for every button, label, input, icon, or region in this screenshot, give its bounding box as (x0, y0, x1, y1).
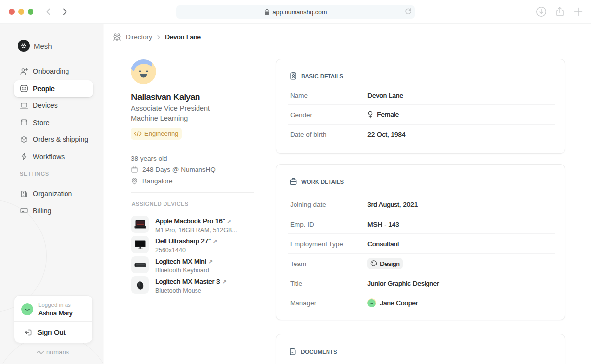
directory-icon (113, 33, 121, 41)
external-link-icon: ↗ (227, 218, 231, 224)
sidebar-item-people[interactable]: People (14, 80, 93, 98)
window-controls (9, 9, 33, 15)
breadcrumb-directory[interactable]: Directory (126, 33, 152, 41)
detail-label: Emp. ID (290, 220, 314, 228)
logged-in-as-label: Logged in as (38, 302, 71, 308)
mouse-thumbnail (131, 276, 149, 294)
device-desc: M1 Pro, 16GB RAM, 512GB... (155, 227, 237, 233)
sidebar-item-label: Store (33, 119, 49, 127)
browser-chrome: app.numanshq.com (0, 0, 591, 24)
new-tab-button[interactable] (573, 7, 583, 17)
manager-avatar (367, 298, 376, 307)
age-text: 38 years old (131, 155, 167, 162)
work-details-header: WORK DETAILS (289, 177, 344, 186)
device-name: Apple Macbook Pro 16”↗ (155, 217, 231, 225)
code-icon (134, 131, 142, 136)
sidebar-item-onboarding[interactable]: Onboarding (14, 63, 93, 80)
device-item-macbook[interactable]: Apple Macbook Pro 16”↗ M1 Pro, 16GB RAM,… (131, 216, 237, 236)
sidebar-item-billing[interactable]: Billing (14, 202, 93, 220)
sidebar-item-store[interactable]: Store (14, 114, 93, 132)
basic-details-card: BASIC DETAILS Name Devon Lane Gender Fem… (276, 59, 565, 154)
profile-title-line1: Associate Vice President (131, 104, 210, 114)
id-badge-icon (289, 72, 297, 80)
detail-row-dob: Date of birth 22 Oct, 1984 (288, 125, 555, 144)
device-item-monitor[interactable]: Dell Ultrasharp 27”↗ 2560x1440 (131, 236, 237, 256)
detail-value: Jane Cooper (367, 298, 418, 307)
sidebar-item-label: People (33, 85, 55, 93)
work-details-title: WORK DETAILS (301, 179, 344, 185)
location-row: Bangalore (131, 175, 216, 187)
department-badge-label: Engineering (144, 130, 178, 137)
detail-value: Consultant (367, 240, 399, 247)
tenure-row: 248 Days @ NumansHQ (131, 164, 216, 175)
reload-button[interactable] (404, 8, 412, 16)
profile-title-line2: Machine Learning (131, 114, 210, 124)
basic-details-title: BASIC DETAILS (301, 73, 343, 79)
profile-meta: 38 years old 248 Days @ NumansHQ Bangalo… (131, 153, 216, 187)
macbook-thumbnail (131, 216, 149, 233)
basic-details-header: BASIC DETAILS (289, 72, 343, 80)
laptop-icon (20, 101, 28, 110)
detail-row-employment-type: Employment Type Consultant (288, 234, 555, 254)
downloads-button[interactable] (536, 6, 547, 17)
briefcase-icon (289, 177, 297, 186)
sidebar-item-orders-shipping[interactable]: Orders & shipping (14, 131, 93, 148)
device-item-keyboard[interactable]: Logitech MX Mini↗ Bluetooth Keyboard (131, 256, 237, 276)
user-avatar (21, 303, 33, 315)
detail-label: Joining date (290, 200, 326, 208)
detail-label: Title (290, 279, 302, 287)
device-name: Logitech MX Mini↗ (155, 258, 213, 265)
app-logo: Mesh (18, 40, 52, 52)
department-badge[interactable]: Engineering (131, 128, 182, 140)
detail-value: Devon Lane (367, 91, 403, 99)
sign-out-icon (24, 329, 32, 336)
assigned-devices-list: Apple Macbook Pro 16”↗ M1 Pro, 16GB RAM,… (131, 216, 237, 297)
sidebar-item-label: Workflows (33, 153, 65, 161)
documents-header: DOCUMENTS (289, 347, 337, 356)
main-content: Directory Devon Lane Nallasivan Kalyan A… (104, 24, 591, 364)
detail-row-emp-id: Emp. ID MSH - 143 (288, 214, 555, 234)
profile-avatar (131, 59, 156, 84)
billing-card-icon (20, 206, 28, 215)
close-window-button[interactable] (9, 9, 15, 15)
share-button[interactable] (555, 6, 565, 17)
back-button[interactable] (44, 7, 53, 16)
monitor-thumbnail (131, 236, 149, 253)
device-desc: Bluetooth Keyboard (155, 267, 213, 274)
detail-row-team: Team Design (288, 254, 555, 273)
package-icon (20, 135, 28, 144)
document-icon (289, 347, 297, 356)
chevron-right-icon (157, 35, 161, 40)
building-icon (20, 190, 28, 198)
detail-label: Gender (290, 111, 312, 118)
device-item-mouse[interactable]: Logitech MX Master 3↗ Bluetooth Mouse (131, 276, 237, 297)
detail-value: Female (367, 111, 399, 119)
mesh-logo-icon (18, 40, 30, 52)
documents-title: DOCUMENTS (301, 349, 337, 355)
zoom-window-button[interactable] (28, 9, 33, 15)
detail-label: Team (290, 260, 306, 267)
sidebar-item-workflows[interactable]: Workflows (14, 148, 93, 165)
sidebar-item-label: Billing (33, 207, 51, 215)
forward-button[interactable] (60, 7, 69, 16)
detail-row-title: Title Junior Graphic Designer (288, 273, 555, 293)
female-icon (367, 111, 373, 119)
divider (131, 148, 254, 148)
sidebar-item-devices[interactable]: Devices (14, 97, 93, 114)
minimize-window-button[interactable] (18, 9, 24, 15)
breadcrumb-current: Devon Lane (165, 33, 201, 41)
detail-row-gender: Gender Female (288, 105, 555, 125)
detail-label: Employment Type (290, 240, 343, 247)
sign-out-button[interactable]: Sign Out (14, 322, 92, 343)
detail-row-manager: Manager Jane Cooper (288, 293, 555, 313)
location-text: Bangalore (142, 177, 173, 185)
sidebar-item-organization[interactable]: Organization (14, 185, 93, 202)
lightning-icon (20, 152, 28, 161)
detail-label: Date of birth (290, 131, 327, 138)
logged-in-user-name: Ashna Mary (38, 309, 72, 317)
detail-row-joining-date: Joining date 3rd August, 2021 (288, 195, 555, 214)
location-pin-icon (131, 177, 138, 185)
device-desc: Bluetooth Mouse (155, 287, 227, 294)
team-badge[interactable]: Design (367, 258, 403, 269)
url-bar[interactable]: app.numanshq.com (176, 5, 415, 19)
